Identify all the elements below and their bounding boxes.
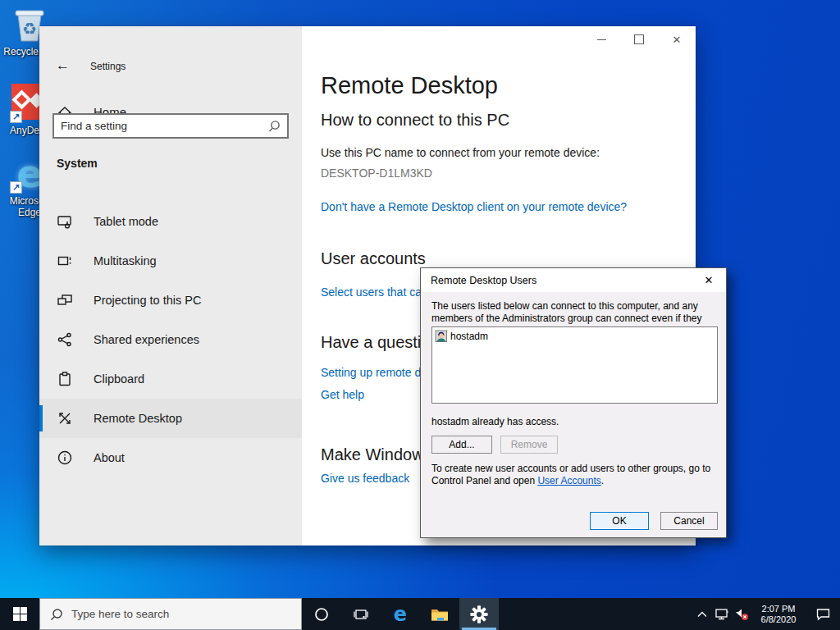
edge-taskbar-button[interactable]: e bbox=[381, 598, 420, 630]
taskbar-search-placeholder: Type here to search bbox=[71, 608, 169, 620]
projecting-icon bbox=[57, 292, 73, 308]
clock-time: 2:07 PM bbox=[751, 604, 806, 614]
back-button[interactable]: ← bbox=[56, 57, 70, 74]
maximize-button[interactable] bbox=[620, 26, 658, 52]
volume-muted-icon[interactable] bbox=[732, 598, 751, 630]
pc-name-value: DESKTOP-D1LM3KD bbox=[321, 167, 432, 180]
cortana-icon bbox=[314, 607, 329, 622]
sidebar-item-remote-desktop[interactable]: Remote Desktop bbox=[39, 399, 302, 438]
taskbar-clock[interactable]: 2:07 PM 6/8/2020 bbox=[751, 603, 806, 625]
dialog-note: To create new user accounts or add users… bbox=[431, 463, 719, 487]
taskbar-search-box[interactable]: Type here to search bbox=[39, 598, 302, 630]
action-center-button[interactable] bbox=[806, 598, 840, 630]
task-view-icon bbox=[354, 607, 368, 622]
get-help-link[interactable]: Get help bbox=[321, 388, 364, 401]
taskbar: Type here to search e bbox=[0, 598, 840, 630]
remote-desktop-users-dialog: Remote Desktop Users ✕ The users listed … bbox=[420, 267, 727, 538]
settings-sidebar: ← Settings Home System bbox=[39, 26, 302, 546]
desktop-wallpaper: ♻ Recycle Bin ↗ AnyDesk e ↗ Microsoft Ed… bbox=[0, 0, 840, 630]
sidebar-item-projecting[interactable]: Projecting to this PC bbox=[39, 281, 302, 320]
cortana-button[interactable] bbox=[302, 598, 341, 630]
about-icon bbox=[57, 450, 73, 466]
settings-search-input[interactable] bbox=[54, 120, 268, 132]
dialog-status-text: hostadm already has access. bbox=[431, 416, 559, 427]
search-icon bbox=[50, 608, 63, 621]
cancel-button[interactable]: Cancel bbox=[660, 512, 718, 530]
clipboard-icon bbox=[57, 371, 73, 387]
user-accounts-link[interactable]: User Accounts bbox=[537, 475, 600, 486]
file-explorer-icon bbox=[431, 607, 449, 622]
user-list-item[interactable]: hostadm bbox=[435, 329, 714, 343]
shortcut-arrow-icon: ↗ bbox=[10, 181, 22, 194]
user-name: hostadm bbox=[450, 331, 488, 342]
gear-icon bbox=[470, 605, 488, 623]
sidebar-nav-list: Tablet mode Multitasking bbox=[39, 202, 302, 477]
file-explorer-button[interactable] bbox=[420, 598, 459, 630]
sidebar-item-shared-experiences[interactable]: Shared experiences bbox=[39, 320, 302, 359]
dialog-title: Remote Desktop Users bbox=[431, 275, 536, 286]
close-button[interactable]: ✕ bbox=[658, 26, 696, 52]
shared-experiences-icon bbox=[57, 331, 73, 348]
edge-icon: e bbox=[394, 603, 407, 626]
users-listbox[interactable]: hostadm bbox=[431, 326, 718, 404]
minimize-button[interactable] bbox=[582, 26, 620, 52]
sidebar-section-heading: System bbox=[57, 157, 98, 170]
windows-logo-icon bbox=[13, 607, 27, 621]
window-title: Settings bbox=[90, 61, 126, 72]
pc-name-label: Use this PC name to connect from your re… bbox=[321, 146, 600, 159]
user-icon bbox=[435, 330, 448, 343]
add-button[interactable]: Add... bbox=[431, 436, 492, 454]
system-tray: 2:07 PM 6/8/2020 bbox=[692, 598, 840, 630]
svg-text:♻: ♻ bbox=[22, 19, 37, 39]
task-view-button[interactable] bbox=[341, 598, 381, 630]
shortcut-arrow-icon: ↗ bbox=[10, 111, 22, 123]
sidebar-item-clipboard[interactable]: Clipboard bbox=[39, 359, 302, 399]
dialog-titlebar[interactable]: Remote Desktop Users ✕ bbox=[421, 268, 726, 292]
multitasking-icon bbox=[57, 253, 73, 269]
feedback-link[interactable]: Give us feedback bbox=[321, 472, 409, 485]
remote-client-link[interactable]: Don't have a Remote Desktop client on yo… bbox=[321, 200, 627, 213]
connect-heading: How to connect to this PC bbox=[321, 111, 509, 130]
sidebar-item-multitasking[interactable]: Multitasking bbox=[39, 241, 302, 281]
sidebar-item-about[interactable]: About bbox=[39, 438, 302, 477]
start-button[interactable] bbox=[0, 598, 39, 630]
network-icon[interactable] bbox=[712, 598, 732, 630]
tablet-mode-icon bbox=[57, 213, 73, 230]
sidebar-item-tablet-mode[interactable]: Tablet mode bbox=[39, 202, 302, 241]
settings-taskbar-button[interactable] bbox=[459, 598, 499, 630]
page-title: Remote Desktop bbox=[321, 72, 498, 99]
ok-button[interactable]: OK bbox=[590, 512, 649, 530]
clock-date: 6/8/2020 bbox=[751, 614, 806, 625]
user-accounts-heading: User accounts bbox=[321, 249, 426, 268]
dialog-close-button[interactable]: ✕ bbox=[692, 268, 726, 292]
search-icon bbox=[268, 120, 281, 132]
settings-search-box[interactable] bbox=[52, 113, 289, 139]
remote-desktop-icon bbox=[57, 410, 73, 427]
remove-button: Remove bbox=[500, 436, 558, 454]
tray-chevron-button[interactable] bbox=[692, 598, 712, 630]
